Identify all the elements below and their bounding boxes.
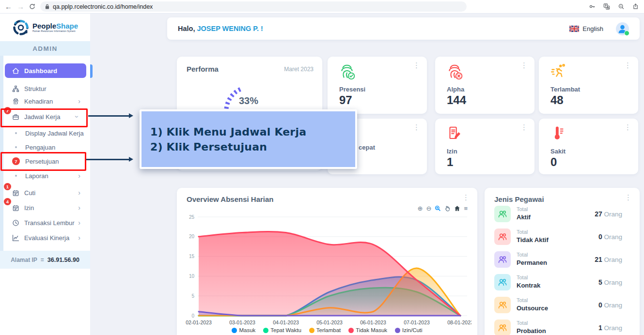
language-selector[interactable]: English bbox=[569, 25, 603, 32]
ip-address-footer: Alamat IP=36.91.56.90 bbox=[0, 251, 90, 269]
jenis-pegawai-menu-button[interactable]: ⋮ bbox=[625, 194, 632, 201]
people-icon bbox=[494, 251, 511, 268]
stat-value: 144 bbox=[447, 93, 466, 107]
card-menu-button[interactable]: ⋮ bbox=[520, 123, 528, 131]
reset-home-icon[interactable] bbox=[454, 205, 460, 212]
clock-icon bbox=[12, 219, 20, 227]
svg-text:0: 0 bbox=[191, 313, 194, 319]
legend-dot bbox=[263, 328, 268, 333]
row-value: 21 Orang bbox=[595, 256, 622, 263]
sidebar-item-label: Cuti bbox=[24, 189, 35, 197]
sidebar-item-laporan[interactable]: Laporan› bbox=[5, 168, 86, 183]
username-link[interactable]: JOSEP WENING P. ! bbox=[197, 25, 263, 32]
row-label: Kontrak bbox=[517, 282, 540, 289]
zoom-in-icon[interactable]: ⊕ bbox=[418, 205, 423, 212]
url-text: qa.pplp.rcelectronic.co.id/home/index bbox=[53, 3, 153, 10]
chart-hamburger-menu-icon[interactable]: ≡ bbox=[464, 205, 468, 212]
jenis-pegawai-title: Jenis Pegawai bbox=[494, 195, 544, 203]
people-icon bbox=[494, 274, 511, 290]
row-value: 5 Orang bbox=[598, 278, 622, 286]
sidebar-item-jadwal-kerja[interactable]: 7Jadwal Kerja› bbox=[5, 109, 86, 124]
stat-label: Izin bbox=[447, 148, 457, 155]
legend-dot bbox=[395, 328, 400, 333]
card-menu-button[interactable]: ⋮ bbox=[624, 61, 631, 69]
card-menu-button[interactable]: ⋮ bbox=[413, 61, 420, 69]
zoom-out-icon[interactable]: ⊖ bbox=[426, 205, 432, 212]
svg-text:03-01-2023: 03-01-2023 bbox=[229, 320, 255, 325]
runner-icon bbox=[550, 63, 567, 80]
logo-tagline: Human Resources Information System bbox=[32, 30, 78, 33]
people-icon bbox=[494, 206, 511, 222]
avatar[interactable] bbox=[616, 22, 629, 35]
fingerprint-check-icon bbox=[338, 63, 356, 80]
sidebar-item-evaluasi-kinerja[interactable]: Evaluasi Kinerja› bbox=[5, 230, 86, 245]
chevron-right-icon: › bbox=[78, 219, 80, 226]
sidebar-item-display-jadwal-kerja[interactable]: Display Jadwal Kerja bbox=[5, 126, 86, 140]
legend-item-tepat-waktu[interactable]: Tepat Waktu bbox=[263, 327, 301, 333]
stat-card-alpha: ⋮Alpha144 bbox=[435, 57, 534, 114]
sidebar-item-persetujuan[interactable]: 7Persetujuan bbox=[5, 154, 86, 168]
back-button[interactable]: ← bbox=[5, 3, 12, 10]
fingerprint-icon bbox=[12, 97, 20, 106]
top-header-bar: Halo, JOSEP WENING P. ! English bbox=[167, 17, 640, 40]
sidebar-item-dashboard[interactable]: Dashboard bbox=[5, 63, 86, 78]
fingerprint-cross-icon bbox=[446, 63, 463, 80]
translate-icon[interactable] bbox=[603, 3, 610, 10]
sidebar-item-label: Laporan bbox=[25, 172, 48, 180]
sidebar-item-cuti[interactable]: 1Cuti› bbox=[5, 185, 86, 200]
zoom-icon[interactable] bbox=[618, 3, 625, 10]
row-prefix: Total bbox=[517, 320, 528, 326]
sidebar-item-pengajuan[interactable]: Pengajuan bbox=[5, 140, 86, 154]
stat-label: Sakit bbox=[550, 148, 565, 155]
row-label: Tidak Aktif bbox=[517, 236, 549, 244]
svg-text:25: 25 bbox=[189, 214, 195, 220]
legend-item-izin-cuti[interactable]: Izin/Cuti bbox=[395, 327, 423, 333]
browser-toolbar: ← → qa.pplp.rcelectronic.co.id/home/inde… bbox=[0, 0, 644, 14]
logo-swirl-icon bbox=[12, 19, 30, 36]
svg-text:02-01-2023: 02-01-2023 bbox=[186, 320, 212, 325]
card-menu-button[interactable]: ⋮ bbox=[413, 123, 420, 131]
reload-button[interactable] bbox=[29, 3, 35, 10]
card-menu-button[interactable]: ⋮ bbox=[624, 123, 631, 131]
row-value: 0 Orang bbox=[598, 233, 622, 241]
stat-card-sakit: ⋮Sakit0 bbox=[539, 119, 638, 174]
svg-text:15: 15 bbox=[189, 254, 195, 259]
chart-menu-button[interactable]: ⋮ bbox=[462, 194, 470, 201]
stat-value: 97 bbox=[339, 93, 352, 107]
card-menu-button[interactable]: ⋮ bbox=[520, 61, 528, 69]
legend-item-terlambat[interactable]: Terlambat bbox=[309, 327, 341, 333]
tutorial-step-1: 1) Klik Menu Jadwal Kerja bbox=[150, 126, 355, 138]
row-prefix: Total bbox=[517, 274, 528, 280]
url-input[interactable]: qa.pplp.rcelectronic.co.id/home/index bbox=[40, 1, 467, 12]
legend-item-masuk[interactable]: Masuk bbox=[232, 327, 255, 333]
share-icon[interactable] bbox=[632, 3, 639, 10]
sidebar-item-izin[interactable]: 4Izin› bbox=[5, 200, 86, 215]
row-label: Permanen bbox=[517, 259, 547, 266]
legend-item-tidak-masuk[interactable]: Tidak Masuk bbox=[348, 327, 387, 333]
chevron-right-icon: › bbox=[78, 98, 80, 105]
row-prefix: Total bbox=[517, 252, 528, 258]
sidebar-item-transaksi-lembur[interactable]: Transaksi Lembur› bbox=[5, 215, 86, 230]
language-label: English bbox=[582, 25, 603, 32]
sidebar-item-label: Pengajuan bbox=[25, 144, 55, 151]
svg-text:06-01-2023: 06-01-2023 bbox=[360, 320, 386, 325]
tutorial-step-2: 2) Klik Persetujuan bbox=[150, 141, 355, 153]
row-prefix: Total bbox=[517, 297, 528, 303]
selection-zoom-icon[interactable] bbox=[435, 205, 441, 212]
app-logo[interactable]: PeopleShape Human Resources Information … bbox=[0, 14, 90, 41]
sidebar-item-label: Persetujuan bbox=[25, 158, 59, 165]
bullet-icon bbox=[15, 132, 17, 134]
tutorial-tooltip: 1) Klik Menu Jadwal Kerja 2) Klik Perset… bbox=[140, 109, 357, 169]
stat-value: 48 bbox=[550, 93, 564, 107]
line-chart-icon bbox=[12, 234, 20, 242]
people-icon bbox=[494, 320, 511, 335]
legend-dot bbox=[348, 328, 354, 333]
forward-button[interactable]: → bbox=[17, 3, 24, 10]
attendance-area-chart[interactable]: 051015202502-01-202303-01-202304-01-2023… bbox=[181, 213, 471, 329]
chart-legend: MasukTepat WaktuTerlambatTidak MasukIzin… bbox=[177, 327, 477, 333]
panning-icon[interactable] bbox=[444, 205, 451, 212]
legend-dot bbox=[232, 328, 237, 333]
password-key-icon[interactable] bbox=[589, 3, 596, 10]
sidebar-item-kehadiran[interactable]: Kehadiran› bbox=[5, 94, 86, 108]
svg-text:07-01-2023: 07-01-2023 bbox=[404, 320, 430, 325]
